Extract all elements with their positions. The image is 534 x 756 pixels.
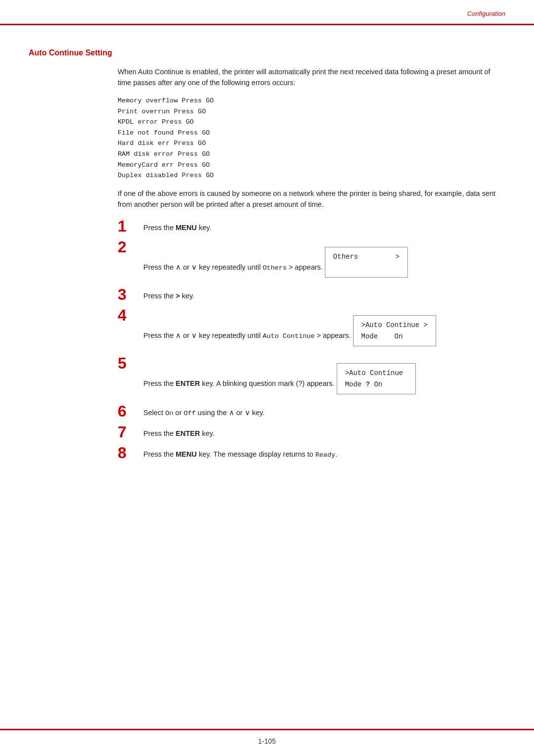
step-number-5: 5 xyxy=(118,355,143,371)
step-number-2: 2 xyxy=(118,239,143,255)
main-content: Auto Continue Setting When Auto Continue… xyxy=(29,35,505,721)
step-2-content: Press the ∧ or ∨ key repeatedly until Ot… xyxy=(143,241,505,280)
step-number-6: 6 xyxy=(118,403,143,419)
indented-content: When Auto Continue is enabled, the print… xyxy=(118,66,505,461)
step-1-bold: MENU xyxy=(176,224,197,232)
step-4-display: >Auto Continue > Mode On xyxy=(353,315,436,346)
step-3: 3 Press the > key. xyxy=(118,288,505,302)
step-3-bold: > xyxy=(176,292,179,300)
top-rule xyxy=(0,24,534,25)
step-6: 6 Select On or Off using the ∧ or ∨ key. xyxy=(118,405,505,419)
bottom-rule xyxy=(0,729,534,730)
step-number-7: 7 xyxy=(118,424,143,440)
step-3-content: Press the > key. xyxy=(143,288,505,301)
step-8-bold: MENU xyxy=(176,450,197,458)
step-1: 1 Press the MENU key. xyxy=(118,220,505,234)
steps-container: 1 Press the MENU key. 2 Press the ∧ or ∨… xyxy=(118,220,505,461)
step-5-content: Press the ENTER key. A blinking question… xyxy=(143,357,505,396)
step-5-bold: ENTER xyxy=(176,380,200,388)
header-label: Configuration xyxy=(467,10,505,17)
step-8-content: Press the MENU key. The message display … xyxy=(143,447,505,461)
step-4-content: Press the ∧ or ∨ key repeatedly until Au… xyxy=(143,309,505,348)
page-number: 1-105 xyxy=(258,737,276,745)
step-4: 4 Press the ∧ or ∨ key repeatedly until … xyxy=(118,309,505,348)
step-6-on: On xyxy=(165,410,173,417)
step-6-content: Select On or Off using the ∧ or ∨ key. xyxy=(143,405,505,419)
step-4-code: Auto Continue xyxy=(263,333,314,340)
step-7: 7 Press the ENTER key. xyxy=(118,426,505,440)
step-number-3: 3 xyxy=(118,286,143,302)
error-code-block: Memory overflow Press GOPrint overrun Pr… xyxy=(118,95,505,181)
step-7-content: Press the ENTER key. xyxy=(143,426,505,439)
intro-paragraph-2: If one of the above errors is caused by … xyxy=(118,188,505,210)
step-2: 2 Press the ∧ or ∨ key repeatedly until … xyxy=(118,241,505,280)
step-6-off: Off xyxy=(184,410,196,417)
step-number-4: 4 xyxy=(118,307,143,323)
blink-cursor: ? xyxy=(366,380,370,388)
step-1-content: Press the MENU key. xyxy=(143,220,505,233)
step-2-code: Others xyxy=(263,264,287,272)
step-5: 5 Press the ENTER key. A blinking questi… xyxy=(118,357,505,396)
footer: 1-105 xyxy=(0,737,534,745)
step-2-display: Others > xyxy=(325,247,408,278)
step-number-8: 8 xyxy=(118,445,143,461)
header: Configuration xyxy=(467,9,505,17)
step-8-code: Ready xyxy=(315,451,336,459)
step-7-bold: ENTER xyxy=(176,429,200,437)
intro-paragraph-1: When Auto Continue is enabled, the print… xyxy=(118,66,505,89)
step-8: 8 Press the MENU key. The message displa… xyxy=(118,447,505,461)
section-title: Auto Continue Setting xyxy=(29,48,505,57)
step-5-display: >Auto Continue Mode ? On xyxy=(337,363,416,394)
step-number-1: 1 xyxy=(118,218,143,234)
